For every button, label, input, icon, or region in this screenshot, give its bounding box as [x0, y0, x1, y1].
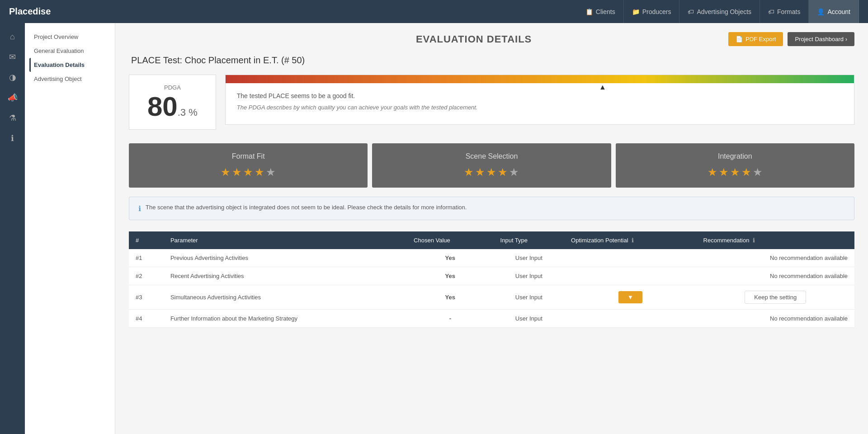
col-optimization: Optimization Potential ℹ: [564, 231, 696, 249]
row3-input-type: User Input: [494, 285, 565, 310]
nav-advertising-objects[interactable]: 🏷 Advertising Objects: [679, 0, 760, 23]
star-2: ★: [232, 166, 242, 179]
info-alert: ℹ The scene that the advertising object …: [129, 197, 854, 220]
nav-formats[interactable]: 🏷 Formats: [760, 0, 809, 23]
pdf-export-button[interactable]: 📄 PDF Export: [728, 32, 783, 46]
star-1: ★: [464, 166, 474, 179]
row4-recommendation: No recommendation available: [697, 310, 854, 328]
nav-account[interactable]: 👤 Account: [809, 0, 859, 23]
pdga-decimal: .3 %: [178, 107, 198, 118]
star-2: ★: [475, 166, 485, 179]
table-row: #1 Previous Advertising Activities Yes U…: [129, 249, 854, 267]
nav-formats-label: Formats: [777, 8, 800, 15]
row1-recommendation: No recommendation available: [697, 249, 854, 267]
row2-optimization: [564, 267, 696, 285]
gauge-sub-text: The PDGA describes by which quality you …: [237, 104, 843, 111]
nav-clients-label: Clients: [596, 8, 615, 15]
sidebar-megaphone-icon[interactable]: 📣: [4, 89, 22, 107]
pdga-box: PDGA 80.3 %: [129, 75, 216, 130]
nav-producers[interactable]: 📁 Producers: [624, 0, 680, 23]
keep-setting-button[interactable]: Keep the setting: [745, 291, 806, 304]
parameters-table: # Parameter Chosen Value Input Type Opti…: [129, 231, 854, 328]
menu-general-evaluation[interactable]: General Evaluation: [29, 44, 110, 58]
nav-clients[interactable]: 📋 Clients: [577, 0, 624, 23]
table-header: # Parameter Chosen Value Input Type Opti…: [129, 231, 854, 249]
star-5: ★: [266, 166, 276, 179]
row3-optimization: ▼: [564, 285, 696, 310]
star-4: ★: [255, 166, 264, 179]
row2-parameter: Recent Advertising Activities: [164, 267, 407, 285]
score-card-integration[interactable]: Integration ★ ★ ★ ★ ★: [616, 143, 854, 188]
left-panel: Project Overview General Evaluation Eval…: [25, 23, 115, 434]
sidebar-info-icon[interactable]: ℹ: [4, 129, 22, 147]
recommendation-info-icon: ℹ: [753, 237, 755, 244]
pdf-icon: 📄: [736, 36, 743, 42]
row4-input-type: User Input: [494, 310, 565, 328]
star-1: ★: [221, 166, 231, 179]
col-parameter: Parameter: [164, 231, 407, 249]
nav-producers-label: Producers: [642, 8, 671, 15]
clients-icon: 📋: [585, 8, 593, 15]
account-icon: 👤: [817, 8, 825, 15]
scene-selection-title: Scene Selection: [381, 152, 602, 160]
sidebar-home-icon[interactable]: ⌂: [4, 28, 22, 46]
col-input-type: Input Type: [494, 231, 565, 249]
row1-input-type: User Input: [494, 249, 565, 267]
advertising-objects-icon: 🏷: [688, 8, 694, 15]
star-4: ★: [741, 166, 751, 179]
row1-chosen-value: Yes: [407, 249, 494, 267]
score-card-scene-selection[interactable]: Scene Selection ★ ★ ★ ★ ★: [372, 143, 611, 188]
row4-optimization: [564, 310, 696, 328]
optimization-info-icon: ℹ: [632, 237, 634, 244]
row1-number: #1: [129, 249, 164, 267]
pdga-value: 80: [147, 91, 178, 122]
row3-parameter: Simultaneous Advertising Activities: [164, 285, 407, 310]
page-title: EVALUATION DETAILS: [219, 33, 728, 45]
star-5: ★: [753, 166, 763, 179]
project-dashboard-button[interactable]: Project Dashboard ›: [788, 32, 854, 46]
col-recommendation: Recommendation ℹ: [697, 231, 854, 249]
pdga-label: PDGA: [147, 84, 198, 91]
menu-project-overview[interactable]: Project Overview: [29, 30, 110, 44]
gauge-text: The tested PLACE seems to be a good fit.…: [226, 83, 854, 124]
sidebar-chart-icon[interactable]: ◑: [4, 68, 22, 86]
info-alert-icon: ℹ: [138, 204, 141, 213]
main-content: EVALUATION DETAILS 📄 PDF Export Project …: [115, 23, 868, 434]
info-alert-text: The scene that the advertising object is…: [146, 204, 467, 211]
star-3: ★: [730, 166, 740, 179]
integration-title: Integration: [625, 152, 845, 160]
row3-chosen-value: Yes: [407, 285, 494, 310]
gauge-arrow-icon: ▲: [599, 83, 606, 91]
nav-account-label: Account: [827, 8, 850, 15]
row1-parameter: Previous Advertising Activities: [164, 249, 407, 267]
formats-icon: 🏷: [768, 8, 774, 15]
header-actions: 📄 PDF Export Project Dashboard ›: [728, 32, 854, 46]
menu-evaluation-details[interactable]: Evaluation Details: [29, 58, 110, 72]
content-header: EVALUATION DETAILS 📄 PDF Export Project …: [129, 32, 854, 46]
row4-parameter: Further Information about the Marketing …: [164, 310, 407, 328]
table-row: #3 Simultaneous Advertising Activities Y…: [129, 285, 854, 310]
optimization-dropdown-button[interactable]: ▼: [618, 291, 642, 303]
sidebar-flask-icon[interactable]: ⚗: [4, 109, 22, 127]
score-card-format-fit[interactable]: Format Fit ★ ★ ★ ★ ★: [129, 143, 368, 188]
gauge-box: ▲ The tested PLACE seems to be a good fi…: [225, 75, 854, 125]
table-row: #4 Further Information about the Marketi…: [129, 310, 854, 328]
star-2: ★: [719, 166, 729, 179]
pdga-value-display: 80.3 %: [147, 93, 198, 120]
row2-chosen-value: Yes: [407, 267, 494, 285]
nav-items: 📋 Clients 📁 Producers 🏷 Advertising Obje…: [577, 0, 859, 23]
sidebar: ⌂ ✉ ◑ 📣 ⚗ ℹ: [0, 23, 25, 434]
producers-icon: 📁: [632, 8, 640, 15]
integration-stars: ★ ★ ★ ★ ★: [625, 166, 845, 179]
row2-number: #2: [129, 267, 164, 285]
format-fit-stars: ★ ★ ★ ★ ★: [138, 166, 359, 179]
top-nav: Placedise 📋 Clients 📁 Producers 🏷 Advert…: [0, 0, 868, 23]
pdga-section: PDGA 80.3 % ▲ The tested PLACE seems to …: [129, 75, 854, 130]
brand-logo[interactable]: Placedise: [9, 6, 51, 17]
sidebar-email-icon[interactable]: ✉: [4, 48, 22, 66]
row4-chosen-value: -: [407, 310, 494, 328]
scene-selection-stars: ★ ★ ★ ★ ★: [381, 166, 602, 179]
menu-advertising-object[interactable]: Advertising Object: [29, 72, 110, 86]
score-cards: Format Fit ★ ★ ★ ★ ★ Scene Selection ★ ★…: [129, 143, 854, 188]
row3-number: #3: [129, 285, 164, 310]
